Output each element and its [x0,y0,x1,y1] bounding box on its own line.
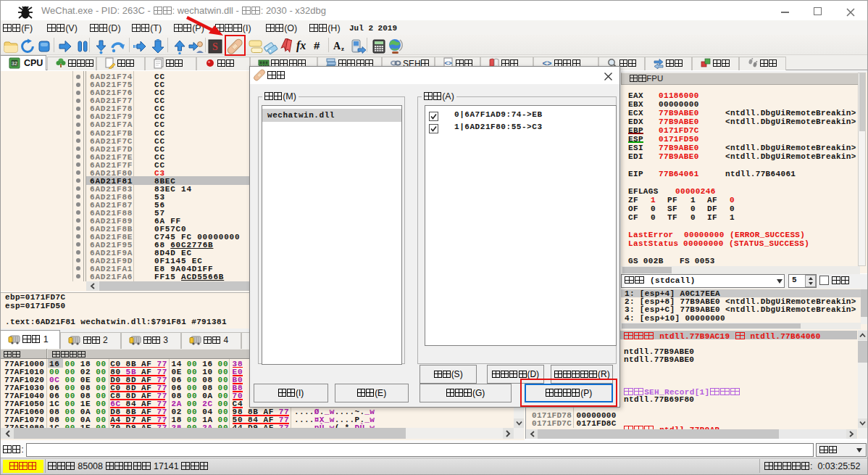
svg-text:A: A [333,41,341,51]
svg-text:z: z [341,45,344,52]
svg-text:32: 32 [12,60,17,65]
svg-text:fx: fx [296,39,306,52]
svg-text:#: # [314,39,320,51]
svg-text:S: S [212,41,218,52]
